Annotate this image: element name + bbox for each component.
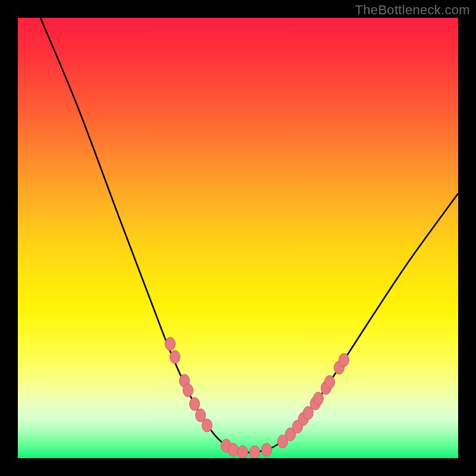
chart-svg [18, 18, 458, 458]
data-marker [314, 392, 324, 405]
watermark-text: TheBottleneck.com [355, 2, 470, 18]
data-marker [165, 337, 176, 350]
data-marker [238, 446, 248, 458]
data-marker [339, 353, 349, 367]
curve-group [40, 18, 458, 452]
data-marker [190, 397, 200, 411]
bottleneck-curve [40, 18, 458, 452]
data-marker [250, 446, 260, 458]
data-marker [170, 350, 180, 364]
plot-area [18, 18, 458, 458]
chart-stage: TheBottleneck.com [0, 0, 476, 476]
data-marker [183, 384, 193, 397]
data-marker [262, 443, 272, 456]
data-marker [228, 443, 239, 456]
data-marker [202, 419, 212, 432]
data-markers-group [165, 337, 349, 458]
data-marker [325, 375, 335, 389]
